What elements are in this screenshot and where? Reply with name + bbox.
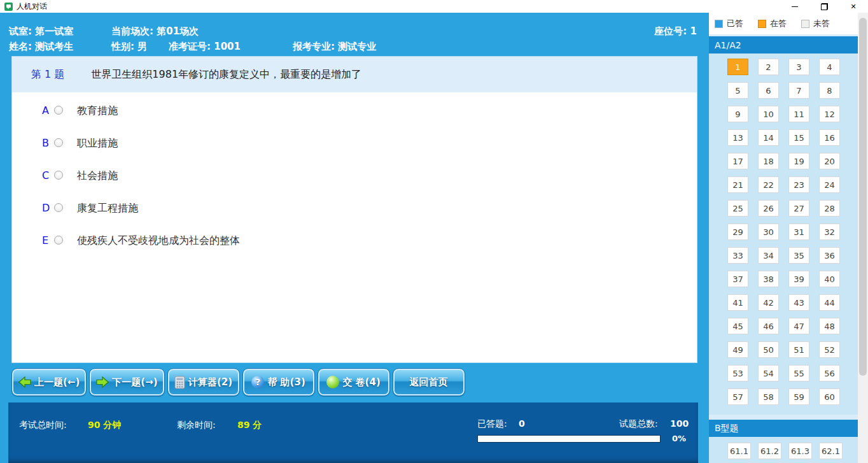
- radio-button[interactable]: [54, 106, 63, 115]
- option-row-b[interactable]: B 职业措施: [12, 136, 697, 150]
- option-letter: A: [42, 104, 49, 117]
- question-grid-btype: 61.161.261.362.1: [709, 437, 858, 463]
- close-button[interactable]: ✕: [839, 0, 868, 13]
- option-row-e[interactable]: E 使残疾人不受歧视地成为社会的整体: [12, 234, 697, 248]
- question-number-cell[interactable]: 57: [727, 388, 748, 405]
- question-number-cell[interactable]: 4: [819, 59, 840, 75]
- question-number-cell[interactable]: 38: [758, 271, 779, 287]
- question-number-cell[interactable]: 35: [788, 247, 809, 264]
- question-number-cell[interactable]: 22: [758, 176, 779, 193]
- question-number-cell[interactable]: 54: [758, 365, 779, 381]
- question-number-cell[interactable]: 6: [758, 82, 779, 99]
- exam-window: 人机对话 ✕ 试室: 第一试室 当前场次: 第01场次 座位号: 1 姓名: 测…: [0, 0, 868, 463]
- question-number-cell[interactable]: 8: [819, 82, 840, 99]
- question-number-cell[interactable]: 5: [727, 82, 748, 99]
- question-number-cell[interactable]: 59: [788, 388, 809, 405]
- question-number-cell[interactable]: 16: [819, 129, 840, 146]
- minimize-button[interactable]: [780, 0, 809, 13]
- question-number-cell[interactable]: 15: [788, 129, 809, 146]
- option-letter: B: [42, 137, 49, 149]
- question-number-cell[interactable]: 61.2: [758, 443, 781, 459]
- question-number-cell[interactable]: 41: [727, 294, 748, 311]
- question-number-cell[interactable]: 49: [727, 341, 748, 358]
- question-number-cell[interactable]: 51: [788, 341, 809, 358]
- question-number-cell[interactable]: 10: [758, 106, 779, 122]
- question-number-cell[interactable]: 14: [758, 129, 779, 146]
- option-row-a[interactable]: A 教育措施: [12, 104, 697, 118]
- legend-item-unanswered: 未答: [801, 18, 830, 29]
- question-number-cell[interactable]: 27: [788, 200, 809, 217]
- question-number-cell[interactable]: 20: [819, 153, 840, 169]
- question-number-cell[interactable]: 47: [788, 318, 809, 334]
- question-number-cell[interactable]: 21: [727, 176, 748, 193]
- question-number-cell[interactable]: 7: [788, 82, 809, 99]
- question-number-cell[interactable]: 11: [788, 106, 809, 122]
- question-number-cell[interactable]: 36: [819, 247, 840, 264]
- question-number-cell[interactable]: 25: [727, 200, 748, 217]
- question-number-cell[interactable]: 18: [758, 153, 779, 169]
- admission-number: 准考证号: 1001: [169, 41, 241, 53]
- scrollbar-thumb[interactable]: [859, 18, 867, 376]
- minimize-icon: [792, 6, 798, 7]
- question-number-cell[interactable]: 9: [727, 106, 748, 122]
- examinee-name: 姓名: 测试考生: [9, 41, 73, 53]
- option-row-c[interactable]: C 社会措施: [12, 169, 697, 183]
- remaining-time-value: 89 分: [237, 420, 262, 431]
- question-number-cell[interactable]: 55: [788, 365, 809, 381]
- submit-paper-button[interactable]: 交 卷(4): [318, 368, 390, 396]
- question-number-cell[interactable]: 2: [758, 59, 779, 75]
- option-letter: E: [42, 234, 48, 246]
- question-number-cell[interactable]: 34: [758, 247, 779, 264]
- question-number-cell[interactable]: 33: [727, 247, 748, 264]
- question-number-cell[interactable]: 13: [727, 129, 748, 146]
- question-number-cell[interactable]: 46: [758, 318, 779, 334]
- question-number-cell[interactable]: 58: [758, 388, 779, 405]
- question-number-cell[interactable]: 62.1: [819, 443, 843, 459]
- question-number-cell[interactable]: 1: [727, 59, 748, 75]
- prev-question-button[interactable]: 上一题(←): [11, 368, 87, 396]
- status-bar: 考试总时间: 90 分钟 剩余时间: 89 分 已答题: 0 试题总数: 100…: [8, 402, 698, 463]
- question-number-cell[interactable]: 43: [788, 294, 809, 311]
- radio-button[interactable]: [54, 138, 63, 147]
- radio-button[interactable]: [54, 236, 63, 245]
- question-number-cell[interactable]: 17: [727, 153, 748, 169]
- question-number-cell[interactable]: 40: [819, 271, 840, 287]
- question-number-cell[interactable]: 42: [758, 294, 779, 311]
- question-number-cell[interactable]: 50: [758, 341, 779, 358]
- question-number-cell[interactable]: 60: [819, 388, 840, 405]
- submit-icon: [326, 376, 339, 388]
- question-number-cell[interactable]: 12: [819, 106, 840, 122]
- option-row-d[interactable]: D 康复工程措施: [12, 201, 697, 215]
- question-number-cell[interactable]: 29: [727, 224, 748, 240]
- question-number-cell[interactable]: 45: [727, 318, 748, 334]
- option-letter: D: [42, 202, 50, 214]
- question-number-cell[interactable]: 61.3: [788, 443, 812, 459]
- question-number-cell[interactable]: 52: [819, 341, 840, 358]
- question-number-cell[interactable]: 3: [788, 59, 809, 75]
- calculator-button[interactable]: 计算器(2): [167, 368, 240, 396]
- question-number-cell[interactable]: 39: [788, 271, 809, 287]
- unanswered-swatch-icon: [801, 20, 809, 28]
- question-number-cell[interactable]: 37: [727, 271, 748, 287]
- question-number-cell[interactable]: 26: [758, 200, 779, 217]
- sidebar-scrollbar[interactable]: [858, 13, 868, 463]
- question-number-cell[interactable]: 56: [819, 365, 840, 381]
- return-home-button[interactable]: 返回首页: [393, 368, 465, 396]
- restore-button[interactable]: [809, 0, 839, 13]
- question-number-cell[interactable]: 44: [819, 294, 840, 311]
- question-number-cell[interactable]: 61.1: [727, 443, 751, 459]
- question-number-cell[interactable]: 31: [788, 224, 809, 240]
- radio-button[interactable]: [54, 171, 63, 180]
- help-button[interactable]: ? 帮 助(3): [242, 368, 315, 396]
- question-number-cell[interactable]: 53: [727, 365, 748, 381]
- question-number-cell[interactable]: 30: [758, 224, 779, 240]
- help-icon: ?: [251, 376, 264, 388]
- radio-button[interactable]: [54, 203, 63, 212]
- question-number-cell[interactable]: 28: [819, 200, 840, 217]
- next-question-button[interactable]: 下一题(→): [89, 368, 164, 396]
- question-number-cell[interactable]: 19: [788, 153, 809, 169]
- question-number-cell[interactable]: 48: [819, 318, 840, 334]
- question-number-cell[interactable]: 23: [788, 176, 809, 193]
- question-number-cell[interactable]: 24: [819, 176, 840, 193]
- question-number-cell[interactable]: 32: [819, 224, 840, 240]
